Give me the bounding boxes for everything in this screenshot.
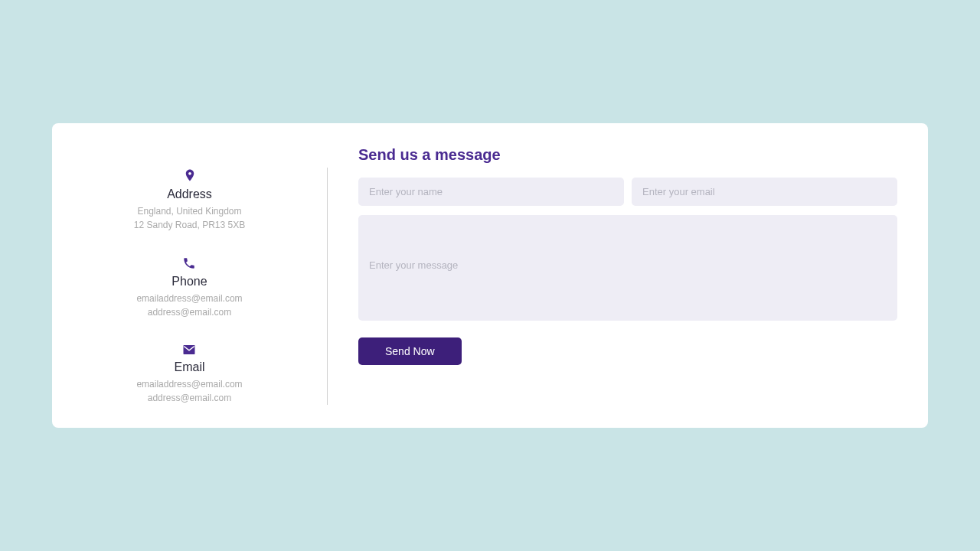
- name-input[interactable]: [358, 178, 624, 206]
- email-title: Email: [174, 360, 204, 374]
- email-icon: [182, 344, 196, 356]
- phone-block: Phone emailaddress@email.com address@ema…: [136, 256, 242, 319]
- address-line-1: England, United Kingdom: [137, 204, 241, 218]
- contact-info-panel: Address England, United Kingdom 12 Sandy…: [67, 168, 328, 405]
- address-line-2: 12 Sandy Road, PR13 5XB: [134, 218, 245, 232]
- send-button[interactable]: Send Now: [358, 337, 462, 365]
- phone-title: Phone: [172, 275, 207, 289]
- phone-line-1: emailaddress@email.com: [136, 292, 242, 305]
- input-row: [358, 178, 897, 206]
- form-section: Send us a message Send Now: [328, 146, 897, 405]
- email-line-1: emailaddress@email.com: [136, 377, 242, 391]
- email-block: Email emailaddress@email.com address@ema…: [136, 344, 242, 405]
- address-title: Address: [167, 187, 212, 201]
- contact-card: Address England, United Kingdom 12 Sandy…: [52, 123, 928, 428]
- phone-line-2: address@email.com: [148, 305, 232, 319]
- location-pin-icon: [183, 168, 197, 183]
- email-input[interactable]: [632, 178, 897, 206]
- email-line-2: address@email.com: [148, 391, 232, 405]
- phone-icon: [182, 256, 196, 270]
- message-input[interactable]: [358, 215, 897, 321]
- form-title: Send us a message: [358, 146, 897, 164]
- address-block: Address England, United Kingdom 12 Sandy…: [134, 168, 245, 232]
